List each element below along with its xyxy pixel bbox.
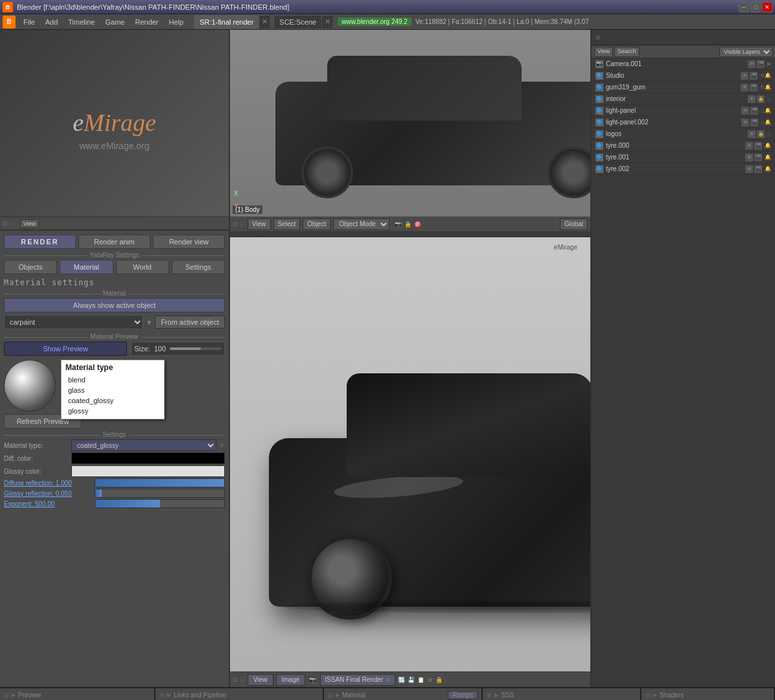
carpaint-select[interactable]: carpaint bbox=[4, 315, 143, 329]
bp-links-icon: ⊞ bbox=[159, 692, 165, 699]
menu-file[interactable]: File bbox=[18, 15, 40, 29]
outliner-item-logos[interactable]: 🔷 logos 👁 🔒 △ bbox=[592, 128, 775, 140]
outliner-item-tyre0[interactable]: 🔷 tyre.000 👁 🎬 🔔 bbox=[592, 140, 775, 152]
vis-eye8-icon[interactable]: 👁 bbox=[745, 142, 753, 150]
vis-render-icon[interactable]: 🎬 bbox=[757, 60, 765, 68]
size-slider[interactable] bbox=[170, 347, 222, 350]
menu-render[interactable]: Render bbox=[130, 15, 163, 29]
vis-eye3-icon[interactable]: 👁 bbox=[741, 84, 748, 91]
render-image-tab[interactable]: Image bbox=[276, 674, 306, 686]
tab-sce-close[interactable]: ✕ bbox=[322, 18, 333, 26]
mat-type-glossy[interactable]: glossy bbox=[65, 406, 160, 416]
big-car-roof bbox=[347, 373, 590, 477]
vp-select-btn[interactable]: Select bbox=[273, 218, 301, 230]
yafray-tab-objects[interactable]: Objects bbox=[4, 260, 57, 274]
outliner-item-tyre2[interactable]: 🔷 tyre.002 👁 🎬 🔔 bbox=[592, 163, 775, 175]
yafray-tab-material[interactable]: Material bbox=[60, 260, 113, 274]
from-active-object-btn[interactable]: From active object bbox=[155, 316, 225, 329]
vis-eye10-icon[interactable]: 👁 bbox=[745, 165, 753, 173]
vis-eye-icon[interactable]: 👁 bbox=[748, 60, 756, 68]
outliner-arrow-camera[interactable]: ▶ bbox=[767, 61, 771, 67]
vp-view-btn[interactable]: View bbox=[248, 218, 271, 230]
app-icon: B bbox=[3, 2, 13, 12]
mat-type-glass[interactable]: glass bbox=[65, 385, 160, 395]
select-arrow[interactable]: ▼ bbox=[146, 319, 152, 326]
outliner-item-gum[interactable]: 🔷 gum319_gum 👁 🎬 ⚙🔔 bbox=[592, 82, 775, 93]
vis-render6-icon[interactable]: 🎬 bbox=[750, 119, 758, 126]
yafray-tab-settings[interactable]: Settings bbox=[172, 260, 225, 274]
yafray-tabs: Objects Material World Settings bbox=[4, 260, 225, 274]
vp-mode-select[interactable]: Object Mode bbox=[333, 218, 389, 230]
diffuse-refl-label[interactable]: Diffuse reflection: 1.000 bbox=[4, 480, 95, 487]
render-anim-button[interactable]: Render anim bbox=[78, 235, 150, 249]
vis-lock4-icon[interactable]: 🔒 bbox=[757, 95, 765, 103]
axis-y: Y bbox=[234, 203, 238, 210]
vis-eye6-icon[interactable]: 👁 bbox=[741, 119, 749, 126]
vp-object-btn[interactable]: Object bbox=[303, 218, 330, 230]
outliner-item-lp2[interactable]: 🔷 light-panel.002 👁 🎬 △🔔 bbox=[592, 117, 775, 128]
vp-global-btn[interactable]: Global bbox=[560, 218, 588, 230]
material-select-row: carpaint ▼ From active object bbox=[4, 315, 225, 329]
close-button[interactable]: ✕ bbox=[762, 2, 772, 12]
exponent-label[interactable]: Exponent: 500.00 bbox=[4, 500, 95, 508]
diff-color-swatch[interactable] bbox=[71, 452, 225, 464]
vis-lock7-icon[interactable]: 🔒 bbox=[757, 130, 765, 138]
outliner-item-tyre1[interactable]: 🔷 tyre.001 👁 🎬 🔔 bbox=[592, 152, 775, 163]
render-button[interactable]: RENDER bbox=[4, 235, 76, 249]
outliner-vis-icons-logos: 👁 🔒 bbox=[748, 130, 765, 138]
bp-ramps-tab[interactable]: Ramps bbox=[448, 691, 478, 699]
menu-add[interactable]: Add bbox=[40, 15, 64, 29]
diffuse-refl-slider[interactable] bbox=[95, 478, 225, 487]
vis-render10-icon[interactable]: 🎬 bbox=[754, 165, 762, 173]
show-preview-btn[interactable]: Show Preview bbox=[4, 342, 127, 356]
bp-shaders-label: Shaders bbox=[660, 692, 684, 699]
exponent-slider[interactable] bbox=[95, 499, 225, 508]
vis-render3-icon[interactable]: 🎬 bbox=[750, 84, 758, 91]
glossy-color-swatch[interactable] bbox=[71, 465, 225, 477]
car-wheel-r-top bbox=[548, 146, 590, 198]
vis-eye7-icon[interactable]: 👁 bbox=[748, 130, 756, 138]
render-tab-close[interactable]: ✕ bbox=[386, 677, 391, 683]
vis-render2-icon[interactable]: 🎬 bbox=[750, 72, 758, 80]
outliner-search-btn[interactable]: Search bbox=[614, 47, 640, 57]
url-badge: www.blender.org 249.2 bbox=[338, 18, 411, 26]
menu-timeline[interactable]: Timeline bbox=[63, 15, 100, 29]
menu-game[interactable]: Game bbox=[100, 15, 130, 29]
menu-help[interactable]: Help bbox=[164, 15, 189, 29]
mat-type-arrow[interactable]: ▼ bbox=[219, 442, 225, 449]
glossy-refl-slider[interactable] bbox=[95, 489, 225, 498]
mat-type-blend[interactable]: blend bbox=[65, 375, 160, 385]
tab-sr1[interactable]: SR:1-final render bbox=[194, 16, 259, 29]
always-show-btn[interactable]: Always show active object bbox=[4, 298, 225, 312]
outliner-tyre2-name: tyre.002 bbox=[606, 165, 743, 172]
vis-eye2-icon[interactable]: 👁 bbox=[741, 72, 748, 80]
vis-render8-icon[interactable]: 🎬 bbox=[754, 142, 762, 150]
render-view-button[interactable]: Render view bbox=[153, 235, 225, 249]
mat-type-select[interactable]: coated_glossy bbox=[71, 439, 216, 451]
preview-view-btn[interactable]: View bbox=[20, 219, 39, 228]
outliner-item-studio[interactable]: 🔷 Studio 👁 🎬 ⚙🔔 bbox=[592, 70, 775, 82]
outliner-item-camera[interactable]: 📷 Camera.001 👁 🎬 ▶ bbox=[592, 58, 775, 70]
outliner-view-btn[interactable]: View bbox=[594, 47, 613, 57]
vis-render5-icon[interactable]: 🎬 bbox=[750, 107, 758, 115]
outliner-item-interior[interactable]: 🔷 interior 👁 🔒 △ bbox=[592, 93, 775, 105]
vis-eye5-icon[interactable]: 👁 bbox=[741, 107, 749, 115]
vis-eye4-icon[interactable]: 👁 bbox=[748, 95, 756, 103]
tab-sr1-close[interactable]: ✕ bbox=[259, 18, 270, 26]
outliner-extras-tyre1: 🔔 bbox=[765, 154, 771, 160]
outliner-item-lp[interactable]: 🔷 light-panel 👁 🎬 △🔔 bbox=[592, 105, 775, 117]
bp-mat-arrow: ▶ bbox=[336, 692, 340, 698]
mat-type-coated[interactable]: coated_glossy bbox=[65, 395, 160, 406]
glossy-refl-label[interactable]: Glossy reflection: 0.050 bbox=[4, 490, 95, 497]
maximize-button[interactable]: □ bbox=[750, 2, 761, 12]
outliner-layers-select[interactable]: Visible Layers bbox=[719, 47, 772, 57]
render-tab-final[interactable]: ISSAN Final Render ✕ bbox=[320, 674, 395, 686]
minimize-button[interactable]: ─ bbox=[739, 2, 749, 12]
glossy-color-label: Glossy color: bbox=[4, 468, 69, 475]
vis-eye9-icon[interactable]: 👁 bbox=[745, 154, 753, 161]
render-view-tab[interactable]: View bbox=[248, 674, 273, 686]
yafray-tab-world[interactable]: World bbox=[116, 260, 169, 274]
bp-preview-panel: ⊞ ▶ Preview + bbox=[0, 688, 156, 700]
tab-sce[interactable]: SCE:Scene bbox=[274, 16, 322, 29]
vis-render9-icon[interactable]: 🎬 bbox=[754, 154, 762, 161]
